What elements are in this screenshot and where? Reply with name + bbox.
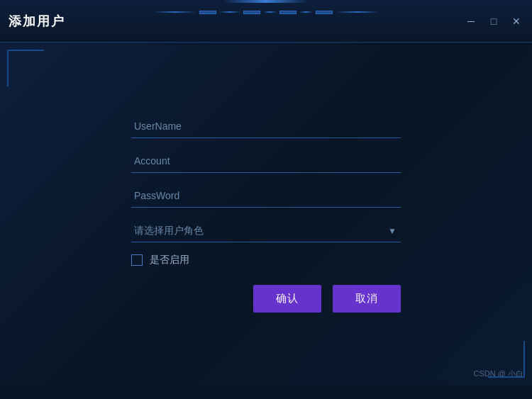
deco-line-2 bbox=[219, 11, 241, 13]
title-bar: 添加用户 ─ □ ✕ bbox=[0, 0, 532, 43]
close-button[interactable]: ✕ bbox=[509, 14, 523, 28]
window-title: 添加用户 bbox=[9, 13, 65, 30]
enable-row: 是否启用 bbox=[131, 254, 401, 266]
enable-checkbox[interactable] bbox=[131, 254, 143, 266]
deco-line-1 bbox=[153, 11, 196, 13]
confirm-button[interactable]: 确认 bbox=[253, 285, 321, 313]
role-select[interactable]: 请选择用户角色 管理员 普通用户 bbox=[131, 219, 401, 242]
deco-line-5 bbox=[336, 11, 379, 13]
button-row: 确认 取消 bbox=[131, 285, 401, 313]
form-container: 请选择用户角色 管理员 普通用户 ▼ 是否启用 确认 取消 bbox=[131, 115, 401, 313]
deco-line-4 bbox=[299, 11, 313, 13]
minimize-button[interactable]: ─ bbox=[464, 14, 478, 28]
password-input[interactable] bbox=[131, 184, 401, 208]
deco-line-3 bbox=[263, 11, 277, 13]
deco-rect-1 bbox=[199, 11, 216, 14]
deco-rect-3 bbox=[279, 11, 297, 14]
watermark: CSDN @ 小白 bbox=[474, 369, 523, 379]
window-controls: ─ □ ✕ bbox=[464, 14, 523, 28]
deco-rect-2 bbox=[243, 11, 260, 14]
title-decoration bbox=[153, 6, 379, 18]
username-input[interactable] bbox=[131, 115, 401, 138]
account-input[interactable] bbox=[131, 150, 401, 173]
main-content: 请选择用户角色 管理员 普通用户 ▼ 是否启用 确认 取消 CSDN @ 小白 bbox=[0, 43, 532, 385]
role-select-wrapper: 请选择用户角色 管理员 普通用户 ▼ bbox=[131, 219, 401, 242]
cancel-button[interactable]: 取消 bbox=[333, 285, 401, 313]
enable-label: 是否启用 bbox=[150, 254, 189, 266]
maximize-button[interactable]: □ bbox=[487, 14, 501, 28]
deco-rect-4 bbox=[316, 11, 333, 14]
